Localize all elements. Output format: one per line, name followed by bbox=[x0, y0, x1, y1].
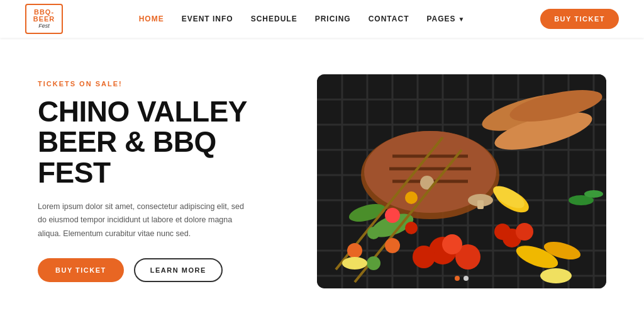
svg-point-32 bbox=[413, 246, 435, 268]
hero-title: CHINO VALLEY BEER & BBQ FEST bbox=[38, 96, 292, 188]
nav-item-pages-wrapper[interactable]: PAGES ▼ bbox=[426, 14, 464, 23]
logo-line2: BEER bbox=[33, 16, 55, 23]
svg-point-42 bbox=[367, 227, 380, 239]
grill-image bbox=[317, 74, 606, 288]
svg-point-48 bbox=[385, 238, 400, 253]
hero-title-line3: FEST bbox=[38, 156, 111, 189]
nav-item-event-info[interactable]: EVENT INFO bbox=[182, 14, 233, 23]
main-nav: HOME EVENT INFO SCHEDULE PRICING CONTACT… bbox=[139, 14, 465, 23]
hero-description: Lorem ipsum dolor sit amet, consectetur … bbox=[38, 200, 252, 241]
logo-line1: BBQ- bbox=[34, 9, 54, 16]
slider-dot-2[interactable] bbox=[464, 276, 469, 281]
svg-point-44 bbox=[405, 191, 418, 204]
svg-point-47 bbox=[367, 256, 380, 270]
nav-item-schedule[interactable]: SCHEDULE bbox=[251, 14, 297, 23]
svg-point-54 bbox=[584, 190, 603, 198]
hero-title-line2: BEER & BBQ bbox=[38, 125, 216, 158]
svg-point-56 bbox=[342, 257, 367, 270]
learn-more-button[interactable]: LEARN MORE bbox=[134, 258, 223, 282]
svg-point-51 bbox=[516, 223, 533, 241]
hero-image-container bbox=[317, 74, 606, 288]
svg-point-43 bbox=[385, 208, 400, 223]
nav-item-contact[interactable]: CONTACT bbox=[369, 14, 409, 23]
slider-dot-1[interactable] bbox=[455, 276, 460, 281]
logo-line3: Fest bbox=[38, 23, 50, 30]
hero-left: TICKETS ON SALE! CHINO VALLEY BEER & BBQ… bbox=[38, 80, 292, 282]
hero-section: TICKETS ON SALE! CHINO VALLEY BEER & BBQ… bbox=[0, 38, 644, 318]
header-buy-ticket-button[interactable]: BUY TICKET bbox=[540, 9, 619, 29]
svg-point-55 bbox=[540, 268, 572, 283]
nav-item-pricing[interactable]: PRICING bbox=[315, 14, 351, 23]
nav-item-home[interactable]: HOME bbox=[139, 14, 164, 23]
pages-chevron-icon: ▼ bbox=[458, 16, 465, 23]
slider-dots bbox=[455, 276, 469, 281]
svg-point-33 bbox=[442, 234, 462, 254]
svg-rect-39 bbox=[477, 200, 484, 209]
hero-title-line1: CHINO VALLEY bbox=[38, 95, 247, 128]
site-header: BBQ- BEER Fest HOME EVENT INFO SCHEDULE … bbox=[0, 0, 644, 38]
svg-point-49 bbox=[405, 222, 418, 234]
cta-buttons: BUY TICKET LEARN MORE bbox=[38, 258, 292, 282]
tickets-on-sale-label: TICKETS ON SALE! bbox=[38, 80, 292, 88]
svg-point-52 bbox=[494, 224, 511, 240]
hero-buy-ticket-button[interactable]: BUY TICKET bbox=[38, 258, 124, 282]
logo[interactable]: BBQ- BEER Fest bbox=[25, 4, 63, 34]
nav-item-pages[interactable]: PAGES bbox=[426, 14, 455, 23]
logo-box: BBQ- BEER Fest bbox=[25, 4, 63, 34]
svg-point-41 bbox=[347, 243, 362, 258]
